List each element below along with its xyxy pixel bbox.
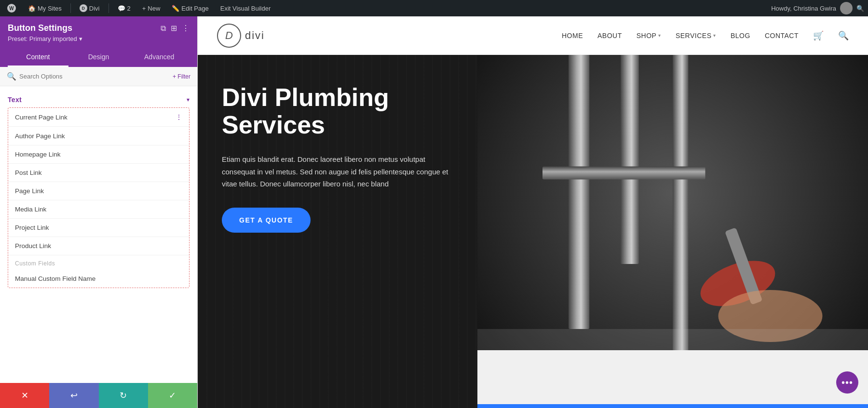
tab-design[interactable]: Design xyxy=(68,48,129,67)
preview-area: D divi Home About Shop ▾ Services ▾ xyxy=(198,16,868,408)
sidebar-tabs: Content Design Advanced xyxy=(8,48,190,67)
admin-search-icon[interactable]: 🔍 xyxy=(856,5,864,12)
hero-section-right: ••• xyxy=(477,55,868,408)
divider xyxy=(70,3,71,13)
svg-rect-4 xyxy=(621,55,639,264)
logo-text: divi xyxy=(245,29,265,42)
main-layout: Button Settings ⧉ ⊞ ⋮ Preset: Primary im… xyxy=(0,16,868,408)
options-icon: ⋮ xyxy=(176,113,182,121)
list-item-author-page-link[interactable]: Author Page Link ⋮ xyxy=(8,127,189,145)
divi-icon: D xyxy=(80,4,87,12)
chevron-down-icon: ▾ xyxy=(79,35,82,42)
filter-button[interactable]: + Filter xyxy=(173,73,190,80)
search-icon: 🔍 xyxy=(7,72,16,81)
chevron-down-icon: ▾ xyxy=(713,33,716,38)
list-item-page-link[interactable]: Page Link xyxy=(8,182,189,200)
chevron-down-icon: ▾ xyxy=(658,33,661,38)
custom-fields-label: Custom Fields xyxy=(8,255,189,270)
sidebar-title: Button Settings xyxy=(8,23,72,33)
wordpress-icon: W xyxy=(7,3,16,13)
list-item-media-link[interactable]: Media Link xyxy=(8,200,189,219)
hero-title: Divi Plumbing Services xyxy=(222,84,453,139)
cancel-button[interactable]: ✕ xyxy=(0,383,49,408)
chevron-icon: ▾ xyxy=(187,96,190,103)
admin-divi[interactable]: D Divi xyxy=(77,0,103,16)
sidebar-bottom-bar: ✕ ↩ ↻ ✓ xyxy=(0,383,197,408)
admin-my-sites[interactable]: 🏠 My Sites xyxy=(25,0,65,16)
cart-icon[interactable]: 🛒 xyxy=(813,30,824,41)
text-dropdown-list: Current Page Link ⋮ Author Page Link ⋮ H… xyxy=(8,107,190,288)
nav-contact[interactable]: Contact xyxy=(765,32,799,39)
sidebar-body: Text ▾ Current Page Link ⋮ Author Page L… xyxy=(0,86,197,383)
admin-bar: W 🏠 My Sites D Divi 💬 2 + New ✏️ Edit Pa… xyxy=(0,0,868,16)
admin-bar-right: Howdy, Christina Gwira 🔍 xyxy=(771,2,864,14)
site-nav-links: Home About Shop ▾ Services ▾ Blog Contac xyxy=(562,30,849,41)
hero-section-left: Divi Plumbing Services Etiam quis blandi… xyxy=(198,55,477,408)
list-item-homepage-link[interactable]: Homepage Link xyxy=(8,145,189,164)
sidebar-search-bar: 🔍 + Filter xyxy=(0,67,197,86)
copy-icon[interactable]: ⧉ xyxy=(161,24,166,33)
tab-advanced[interactable]: Advanced xyxy=(129,48,190,67)
svg-text:W: W xyxy=(9,6,14,11)
list-item-project-link[interactable]: Project Link xyxy=(8,219,189,237)
list-item-manual-custom-field[interactable]: Manual Custom Field Name xyxy=(8,270,189,288)
divider xyxy=(108,3,109,13)
confirm-button[interactable]: ✓ xyxy=(148,383,197,408)
site-logo: D divi xyxy=(217,24,265,48)
redo-button[interactable]: ↻ xyxy=(99,383,148,408)
admin-new[interactable]: + New xyxy=(139,0,163,16)
house-icon: 🏠 xyxy=(28,5,36,12)
user-avatar[interactable] xyxy=(840,2,853,14)
svg-rect-5 xyxy=(673,55,688,362)
site-navigation: D divi Home About Shop ▾ Services ▾ xyxy=(198,16,868,55)
logo-circle: D xyxy=(217,24,241,48)
preview-content: Divi Plumbing Services Etiam quis blandi… xyxy=(198,55,868,408)
nav-home[interactable]: Home xyxy=(562,32,583,39)
sidebar-title-row: Button Settings ⧉ ⊞ ⋮ xyxy=(8,23,190,33)
admin-edit-page[interactable]: ✏️ Edit Page xyxy=(169,0,211,16)
wp-logo-item[interactable]: W xyxy=(4,0,19,16)
admin-comments[interactable]: 💬 2 xyxy=(115,0,134,16)
hero-lower-section xyxy=(477,350,868,408)
blue-accent-bar xyxy=(477,404,868,408)
admin-user-label: Howdy, Christina Gwira xyxy=(771,5,836,12)
pencil-icon: ✏️ xyxy=(172,5,179,12)
text-section-header[interactable]: Text ▾ xyxy=(0,94,197,107)
list-item-post-link[interactable]: Post Link xyxy=(8,164,189,182)
floating-action-button[interactable]: ••• xyxy=(836,371,858,394)
nav-blog[interactable]: Blog xyxy=(731,32,750,39)
comment-icon: 💬 xyxy=(118,5,125,12)
hero-description: Etiam quis blandit erat. Donec laoreet l… xyxy=(222,153,453,190)
svg-rect-6 xyxy=(542,167,705,180)
svg-rect-3 xyxy=(569,55,589,329)
sidebar-preset[interactable]: Preset: Primary imported ▾ xyxy=(8,35,190,42)
hero-cta-button[interactable]: GET A QUOTE xyxy=(222,208,311,233)
menu-icon[interactable]: ⋮ xyxy=(182,24,190,33)
nav-shop[interactable]: Shop ▾ xyxy=(637,32,661,39)
nav-about[interactable]: About xyxy=(597,32,622,39)
list-item-current-page-link[interactable]: Current Page Link ⋮ xyxy=(8,108,189,127)
sidebar: Button Settings ⧉ ⊞ ⋮ Preset: Primary im… xyxy=(0,16,198,408)
search-input[interactable] xyxy=(19,73,173,80)
admin-exit-builder[interactable]: Exit Visual Builder xyxy=(217,0,274,16)
tab-content[interactable]: Content xyxy=(8,48,68,67)
grid-icon[interactable]: ⊞ xyxy=(171,24,177,33)
sidebar-header-icons: ⧉ ⊞ ⋮ xyxy=(161,24,190,33)
plus-icon: + xyxy=(142,5,146,12)
list-item-product-link[interactable]: Product Link xyxy=(8,237,189,255)
sidebar-header: Button Settings ⧉ ⊞ ⋮ Preset: Primary im… xyxy=(0,16,197,67)
undo-button[interactable]: ↩ xyxy=(49,383,98,408)
text-section-title: Text xyxy=(8,96,22,104)
nav-services[interactable]: Services ▾ xyxy=(676,32,716,39)
search-icon[interactable]: 🔍 xyxy=(838,30,849,41)
